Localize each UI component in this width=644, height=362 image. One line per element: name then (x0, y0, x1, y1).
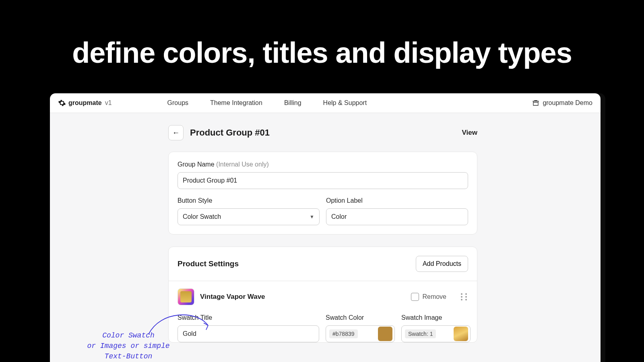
main-area: ← Product Group #01 View Group Name (Int… (50, 113, 601, 362)
nav-groups[interactable]: Groups (167, 99, 188, 107)
remove-label: Remove (422, 293, 446, 300)
top-nav: Groups Theme Integration Billing Help & … (167, 99, 367, 107)
button-style-value: Color Swatch (183, 213, 221, 220)
brand-name: groupmate (68, 99, 102, 107)
product-thumbnail[interactable] (178, 288, 194, 305)
demo-store-label: groupmate Demo (543, 99, 592, 107)
nav-help-support[interactable]: Help & Support (323, 99, 367, 107)
page-header: ← Product Group #01 View (168, 125, 477, 140)
swatch-image-label: Swatch Image (401, 314, 471, 321)
app-window: groupmate v1 Groups Theme Integration Bi… (50, 93, 601, 362)
back-button[interactable]: ← (168, 125, 184, 140)
nav-billing[interactable]: Billing (284, 99, 301, 107)
swatch-color-label: Swatch Color (326, 314, 395, 321)
brand-version: v1 (105, 99, 112, 107)
swatch-color-chip: #b78839 (329, 329, 358, 338)
swatch-color-preview (378, 327, 392, 341)
option-label-input[interactable]: Color (326, 208, 468, 225)
demo-store-badge[interactable]: groupmate Demo (532, 99, 592, 107)
swatch-image-input[interactable]: Swatch: 1 (401, 325, 471, 342)
swatch-image-chip: Swatch: 1 (405, 329, 436, 338)
button-style-label: Button Style (178, 197, 320, 204)
product-row: Vintage Vapor Wave Remove Swatch Title G (169, 281, 477, 342)
topbar: groupmate v1 Groups Theme Integration Bi… (50, 93, 601, 113)
chevron-down-icon: ▼ (310, 214, 314, 220)
button-style-select[interactable]: Color Swatch ▼ (178, 208, 320, 225)
swatch-image-preview (454, 327, 468, 341)
group-name-input[interactable]: Product Group #01 (178, 172, 468, 189)
group-name-hint: (Internal Use only) (216, 161, 269, 168)
nav-theme-integration[interactable]: Theme Integration (210, 99, 262, 107)
storefront-icon (532, 99, 539, 107)
swatch-color-input[interactable]: #b78839 (326, 325, 395, 342)
annotation-left: Color Swatch or Images or simple Text-Bu… (76, 330, 181, 362)
view-button[interactable]: View (462, 129, 477, 137)
hero-title: define colors, titles and display types (0, 36, 644, 69)
option-label-label: Option Label (326, 197, 468, 204)
add-products-button[interactable]: Add Products (416, 256, 468, 272)
remove-checkbox[interactable] (411, 293, 419, 301)
group-card: Group Name (Internal Use only) Product G… (168, 152, 477, 234)
product-settings-card: Product Settings Add Products Vintage Va… (168, 247, 477, 343)
gear-icon (58, 99, 66, 107)
group-name-label: Group Name (Internal Use only) (178, 161, 468, 168)
drag-handle-icon[interactable] (461, 293, 468, 300)
product-settings-title: Product Settings (178, 259, 239, 268)
brand-logo: groupmate v1 (58, 99, 112, 107)
product-name: Vintage Vapor Wave (200, 293, 405, 301)
page-title: Product Group #01 (190, 128, 456, 138)
remove-product-toggle[interactable]: Remove (411, 293, 446, 301)
